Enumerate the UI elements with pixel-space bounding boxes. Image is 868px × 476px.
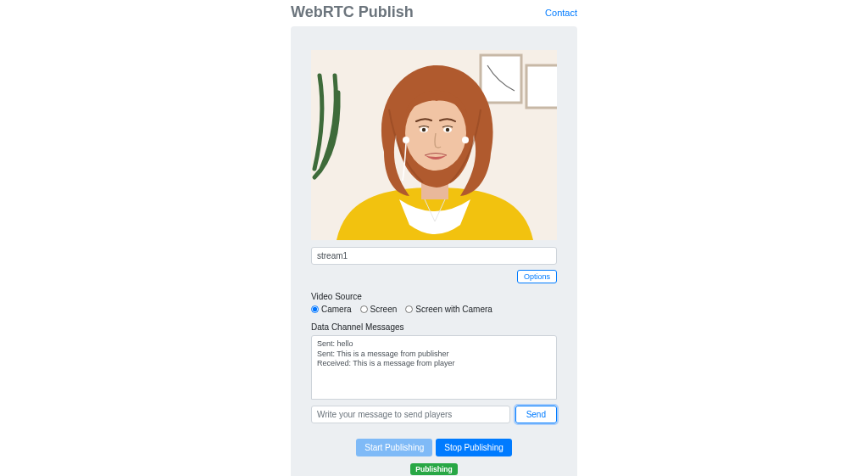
start-publishing-button[interactable]: Start Publishing	[356, 439, 432, 456]
video-source-radios: Camera Screen Screen with Camera	[311, 305, 557, 314]
video-preview	[311, 50, 557, 240]
radio-camera-label: Camera	[321, 305, 352, 314]
stop-publishing-button[interactable]: Stop Publishing	[436, 439, 512, 456]
radio-camera[interactable]: Camera	[311, 305, 352, 314]
radio-screen-camera[interactable]: Screen with Camera	[405, 305, 492, 314]
svg-point-9	[403, 137, 409, 143]
contact-link[interactable]: Contact	[545, 8, 577, 18]
options-button[interactable]: Options	[517, 270, 557, 283]
radio-screen-label: Screen	[370, 305, 398, 314]
radio-camera-input[interactable]	[311, 305, 319, 313]
svg-point-10	[462, 137, 469, 143]
radio-screen[interactable]: Screen	[360, 305, 398, 314]
svg-point-8	[446, 128, 449, 132]
data-channel-label: Data Channel Messages	[311, 322, 557, 332]
page-title: WebRTC Publish	[291, 3, 414, 21]
video-source-label: Video Source	[311, 292, 557, 301]
svg-point-7	[422, 128, 426, 132]
send-button[interactable]: Send	[515, 406, 557, 423]
stream-id-input[interactable]	[311, 247, 557, 265]
message-input[interactable]	[311, 406, 510, 423]
svg-rect-2	[526, 65, 557, 108]
messages-log[interactable]	[311, 335, 557, 400]
radio-screen-camera-input[interactable]	[405, 305, 413, 313]
publish-panel: Options Video Source Camera Screen Scree…	[291, 26, 577, 476]
svg-rect-1	[481, 55, 521, 103]
radio-screen-input[interactable]	[360, 305, 368, 313]
status-badge: Publishing	[410, 463, 457, 475]
radio-screen-camera-label: Screen with Camera	[415, 305, 492, 314]
